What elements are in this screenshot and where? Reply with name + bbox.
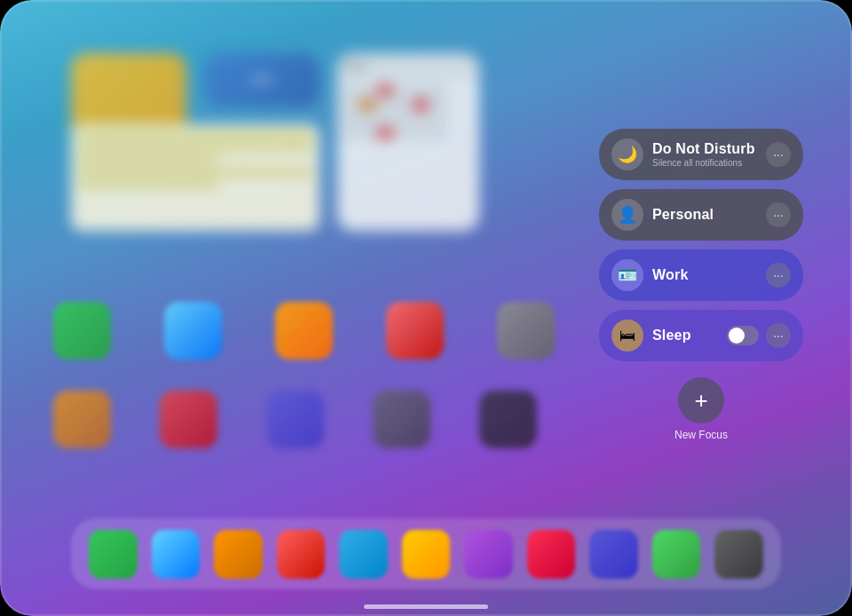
home-indicator [364, 604, 488, 609]
sleep-label: Sleep [652, 328, 727, 344]
app-icon-2c [266, 391, 324, 448]
do-not-disturb-icon: 🌙 [611, 138, 643, 170]
app-icon-2d [373, 391, 430, 448]
do-not-disturb-label: Do Not Disturb [652, 141, 766, 157]
sleep-icon: 🛏 [611, 320, 643, 351]
dock-icon-safari[interactable] [152, 530, 201, 579]
work-icon: 🪪 [611, 259, 643, 291]
app-icon-messages [53, 302, 111, 359]
dock-icon-extra1[interactable] [714, 530, 763, 579]
widgets-area: VPN NOV [71, 53, 479, 337]
dock-icon-phone[interactable] [652, 530, 701, 579]
app-icons-row-1 [53, 302, 555, 359]
widget-blue: VPN [204, 53, 320, 107]
new-focus-label: New Focus [674, 429, 728, 441]
dock-icon-reminders[interactable] [589, 530, 638, 579]
focus-panel: 🌙 Do Not Disturb Silence all notificatio… [599, 129, 803, 441]
app-icon-youtube [386, 302, 444, 359]
dock [71, 518, 781, 589]
app-icons-row-2 [53, 391, 537, 448]
dock-icon-messages[interactable] [89, 530, 138, 579]
ipad-frame: VPN NOV [0, 0, 852, 616]
focus-row-work[interactable]: 🪪 Work ··· [599, 249, 803, 301]
personal-label: Personal [652, 207, 766, 223]
app-icon-2e [479, 391, 537, 448]
personal-icon: 👤 [611, 199, 643, 231]
sleep-toggle[interactable] [727, 326, 759, 345]
dock-icon-youtube[interactable] [277, 530, 326, 579]
focus-row-sleep[interactable]: 🛏 Sleep ··· [599, 310, 803, 361]
sleep-more-button[interactable]: ··· [766, 323, 791, 348]
do-not-disturb-more-button[interactable]: ··· [766, 142, 791, 167]
app-icon-2b [160, 391, 217, 448]
app-icon-2a [53, 391, 111, 448]
dock-icon-facetime[interactable] [464, 530, 513, 579]
widget-notes [71, 124, 320, 231]
new-focus-button[interactable]: + [678, 377, 724, 423]
focus-row-do-not-disturb[interactable]: 🌙 Do Not Disturb Silence all notificatio… [599, 129, 803, 180]
work-more-button[interactable]: ··· [766, 263, 791, 288]
dock-icon-twitter[interactable] [339, 530, 388, 579]
personal-more-button[interactable]: ··· [766, 202, 791, 227]
app-icon-facetime [164, 302, 222, 359]
work-label: Work [652, 267, 766, 283]
do-not-disturb-subtitle: Silence all notifications [652, 158, 766, 168]
widget-calendar: NOV [337, 53, 479, 231]
dock-icon-notes[interactable] [402, 530, 451, 579]
new-focus-plus-icon: + [694, 387, 707, 415]
focus-row-personal[interactable]: 👤 Personal ··· [599, 189, 803, 241]
app-icon-photos [275, 302, 333, 359]
new-focus-section: + New Focus [599, 377, 803, 441]
sleep-toggle-knob [729, 328, 745, 344]
app-icon-dark1 [497, 302, 555, 359]
dock-icon-news[interactable] [527, 530, 576, 579]
dock-icon-photos[interactable] [214, 530, 263, 579]
